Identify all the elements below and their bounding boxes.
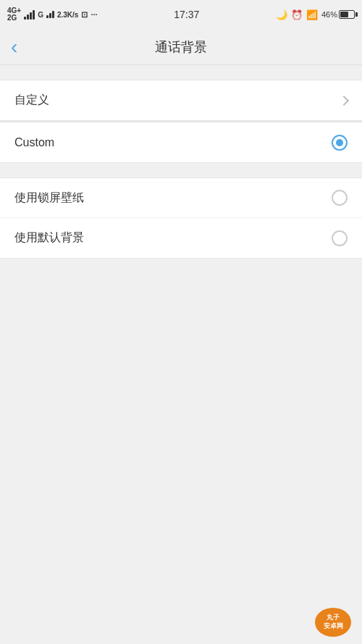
battery-icon: [339, 10, 355, 19]
default-bg-item[interactable]: 使用默认背景: [0, 218, 362, 258]
signal-bars-1: [24, 10, 35, 20]
status-left: 4G+2G G 2.3K/s ⊡ ···: [7, 7, 98, 22]
network-g: G: [38, 11, 43, 19]
custom-radio[interactable]: [332, 135, 348, 151]
bar1: [46, 15, 49, 18]
watermark: 丸子安卓网: [311, 608, 355, 637]
network-4g: 4G+2G: [7, 7, 21, 22]
icon-box: ⊡: [81, 10, 88, 20]
page-title: 通话背景: [155, 38, 207, 56]
lock-screen-label: 使用锁屏壁纸: [14, 191, 84, 206]
custom-item[interactable]: Custom: [0, 122, 362, 162]
alarm-icon: ⏰: [291, 9, 303, 20]
customize-item[interactable]: 自定义: [0, 80, 362, 120]
watermark-badge: 丸子安卓网: [315, 608, 351, 637]
lock-screen-radio[interactable]: [332, 190, 348, 206]
status-bar: 4G+2G G 2.3K/s ⊡ ··· 17:37 🌙 ⏰ 📶 46%: [0, 0, 362, 29]
network-speed: 2.3K/s: [57, 11, 78, 19]
list-group-2: Custom: [0, 122, 362, 163]
bar1: [24, 17, 26, 20]
customize-right: [340, 97, 348, 104]
signal-bars-2: [46, 11, 54, 18]
lock-screen-item[interactable]: 使用锁屏壁纸: [0, 178, 362, 218]
wifi-icon: 📶: [306, 9, 318, 20]
bar3: [52, 11, 54, 18]
back-icon: ‹: [11, 35, 17, 59]
moon-icon: 🌙: [276, 9, 287, 20]
bar2: [27, 14, 29, 20]
battery-indicator: 46%: [321, 10, 355, 19]
customize-label: 自定义: [14, 93, 49, 108]
list-group-3: 使用锁屏壁纸 使用默认背景: [0, 177, 362, 259]
battery-percent: 46%: [321, 10, 337, 19]
icon-dots: ···: [90, 10, 97, 19]
status-right: 🌙 ⏰ 📶 46%: [276, 9, 355, 20]
bar3: [30, 12, 32, 20]
nav-bar: ‹ 通话背景: [0, 29, 362, 65]
bar2: [49, 13, 51, 18]
custom-right: [332, 135, 348, 151]
custom-label: Custom: [14, 136, 54, 149]
status-time: 17:37: [174, 9, 199, 20]
default-bg-radio[interactable]: [332, 230, 348, 246]
back-button[interactable]: ‹: [11, 35, 17, 59]
section-gap-3: [0, 163, 362, 177]
chevron-right-icon: [339, 95, 349, 105]
watermark-text: 丸子安卓网: [324, 614, 343, 630]
content-area: 自定义 Custom 使用锁屏壁纸 使用默认背景: [0, 65, 362, 259]
lock-screen-right: [332, 190, 348, 206]
default-bg-label: 使用默认背景: [14, 230, 84, 246]
default-bg-right: [332, 230, 348, 246]
list-group-1: 自定义: [0, 80, 362, 121]
bar4: [33, 10, 35, 20]
section-gap-1: [0, 65, 362, 80]
battery-fill: [340, 12, 348, 17]
